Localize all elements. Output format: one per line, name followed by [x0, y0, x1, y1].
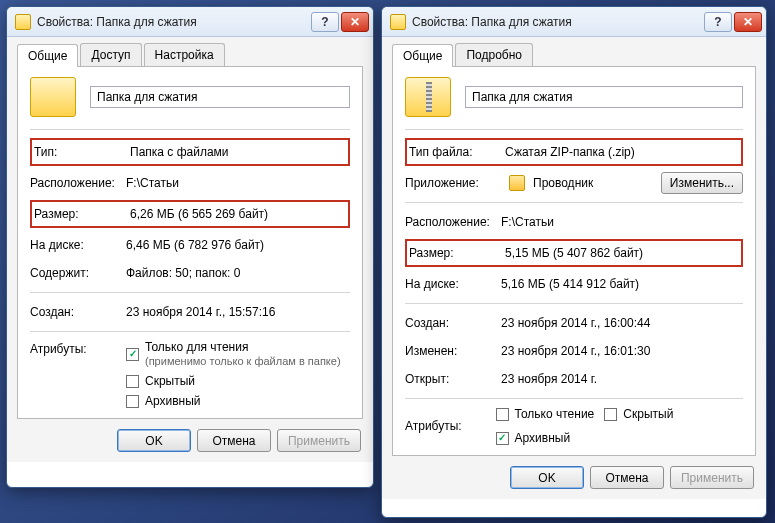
label-ondisk: На диске: [30, 238, 126, 252]
general-panel: Тип:Папка с файлами Расположение:F:\Стат… [17, 67, 363, 419]
label-opened: Открыт: [405, 372, 501, 386]
checkbox-icon [496, 432, 509, 445]
label-created: Создан: [405, 316, 501, 330]
value-created: 23 ноября 2014 г., 16:00:44 [501, 316, 650, 330]
attr-hidden-label: Скрытый [145, 374, 195, 388]
tabstrip: Общие Доступ Настройка [17, 43, 363, 67]
label-location: Расположение: [405, 215, 501, 229]
label-size: Размер: [409, 246, 505, 260]
value-filetype: Сжатая ZIP-папка (.zip) [505, 145, 635, 159]
value-location: F:\Статьи [501, 215, 554, 229]
big-zip-icon [405, 77, 451, 117]
checkbox-icon [126, 348, 139, 361]
explorer-icon [509, 175, 525, 191]
value-modified: 23 ноября 2014 г., 16:01:30 [501, 344, 650, 358]
tab-access[interactable]: Доступ [80, 43, 141, 66]
ok-button[interactable]: OK [510, 466, 584, 489]
attr-readonly-label: Только чтение [515, 407, 595, 421]
label-contains: Содержит: [30, 266, 126, 280]
name-input[interactable] [90, 86, 350, 108]
cancel-button[interactable]: Отмена [590, 466, 664, 489]
checkbox-icon [126, 395, 139, 408]
checkbox-icon [604, 408, 617, 421]
value-created: 23 ноября 2014 г., 15:57:16 [126, 305, 275, 319]
label-type: Тип: [34, 145, 130, 159]
attr-readonly-label: Только для чтения [145, 340, 248, 354]
name-input[interactable] [465, 86, 743, 108]
button-bar: OK Отмена Применить [382, 456, 766, 499]
attr-hidden[interactable]: Скрытый [604, 407, 673, 421]
close-button[interactable]: ✕ [734, 12, 762, 32]
label-location: Расположение: [30, 176, 126, 190]
properties-zip-window: Свойства: Папка для сжатия ? ✕ Общие Под… [381, 6, 767, 518]
attr-archive-label: Архивный [515, 431, 571, 445]
apply-button[interactable]: Применить [670, 466, 754, 489]
button-bar: OK Отмена Применить [7, 419, 373, 462]
label-filetype: Тип файла: [409, 145, 505, 159]
close-button[interactable]: ✕ [341, 12, 369, 32]
value-ondisk: 6,46 МБ (6 782 976 байт) [126, 238, 264, 252]
value-size: 6,26 МБ (6 565 269 байт) [130, 207, 268, 221]
ok-button[interactable]: OK [117, 429, 191, 452]
value-app: Проводник [533, 176, 653, 190]
value-size: 5,15 МБ (5 407 862 байт) [505, 246, 643, 260]
attr-readonly[interactable]: Только для чтения (применимо только к фа… [126, 340, 341, 368]
window-title: Свойства: Папка для сжатия [412, 15, 704, 29]
attr-hidden[interactable]: Скрытый [126, 374, 341, 388]
general-panel: Тип файла:Сжатая ZIP-папка (.zip) Прилож… [392, 67, 756, 456]
label-created: Создан: [30, 305, 126, 319]
tab-general[interactable]: Общие [17, 44, 78, 67]
label-size: Размер: [34, 207, 130, 221]
titlebar[interactable]: Свойства: Папка для сжатия ? ✕ [382, 7, 766, 37]
folder-icon [15, 14, 31, 30]
attr-archive[interactable]: Архивный [496, 431, 571, 445]
attr-archive[interactable]: Архивный [126, 394, 341, 408]
label-app: Приложение: [405, 176, 501, 190]
attr-readonly[interactable]: Только чтение [496, 407, 595, 421]
tab-general[interactable]: Общие [392, 44, 453, 67]
label-ondisk: На диске: [405, 277, 501, 291]
tabstrip: Общие Подробно [392, 43, 756, 67]
cancel-button[interactable]: Отмена [197, 429, 271, 452]
attr-archive-label: Архивный [145, 394, 201, 408]
change-button[interactable]: Изменить... [661, 172, 743, 194]
value-location: F:\Статьи [126, 176, 179, 190]
label-modified: Изменен: [405, 344, 501, 358]
titlebar[interactable]: Свойства: Папка для сжатия ? ✕ [7, 7, 373, 37]
value-opened: 23 ноября 2014 г. [501, 372, 597, 386]
window-title: Свойства: Папка для сжатия [37, 15, 311, 29]
help-button[interactable]: ? [704, 12, 732, 32]
tab-details[interactable]: Подробно [455, 43, 533, 66]
label-attrs: Атрибуты: [30, 340, 126, 356]
checkbox-icon [496, 408, 509, 421]
properties-folder-window: Свойства: Папка для сжатия ? ✕ Общие Дос… [6, 6, 374, 488]
value-type: Папка с файлами [130, 145, 229, 159]
tab-settings[interactable]: Настройка [144, 43, 225, 66]
folder-icon [390, 14, 406, 30]
value-contains: Файлов: 50; папок: 0 [126, 266, 240, 280]
help-button[interactable]: ? [311, 12, 339, 32]
attr-readonly-note: (применимо только к файлам в папке) [145, 355, 341, 367]
value-ondisk: 5,16 МБ (5 414 912 байт) [501, 277, 639, 291]
big-folder-icon [30, 77, 76, 117]
attr-hidden-label: Скрытый [623, 407, 673, 421]
label-attrs: Атрибуты: [405, 419, 496, 433]
checkbox-icon [126, 375, 139, 388]
apply-button[interactable]: Применить [277, 429, 361, 452]
